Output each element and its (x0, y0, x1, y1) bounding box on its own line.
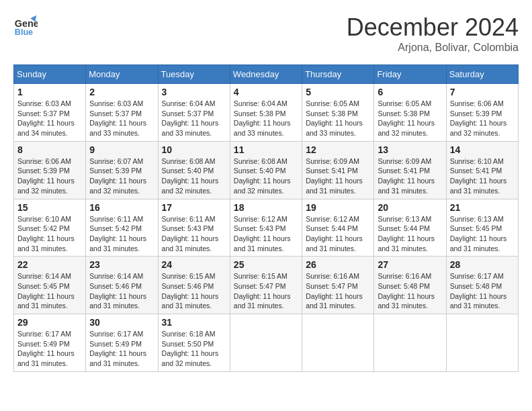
day-number: 17 (162, 202, 226, 213)
calendar-week-4: 22 Sunrise: 6:14 AMSunset: 5:45 PMDaylig… (14, 257, 519, 314)
calendar-cell: 16 Sunrise: 6:11 AMSunset: 5:42 PMDaylig… (86, 199, 158, 257)
calendar-cell: 15 Sunrise: 6:10 AMSunset: 5:42 PMDaylig… (14, 199, 86, 257)
calendar-cell: 9 Sunrise: 6:07 AMSunset: 5:39 PMDayligh… (86, 141, 158, 199)
day-info: Sunrise: 6:15 AMSunset: 5:46 PMDaylight:… (162, 271, 226, 311)
calendar-cell: 1 Sunrise: 6:03 AMSunset: 5:37 PMDayligh… (14, 84, 86, 142)
day-number: 2 (89, 87, 154, 97)
weekday-header-thursday: Thursday (302, 65, 374, 84)
day-number: 9 (89, 144, 154, 155)
day-number: 23 (89, 259, 154, 270)
day-info: Sunrise: 6:09 AMSunset: 5:41 PMDaylight:… (378, 156, 442, 196)
title-block: December 2024 Arjona, Bolivar, Colombia (347, 13, 519, 54)
weekday-header-sunday: Sunday (14, 65, 86, 84)
calendar-week-1: 1 Sunrise: 6:03 AMSunset: 5:37 PMDayligh… (14, 84, 519, 142)
calendar-cell: 30 Sunrise: 6:17 AMSunset: 5:49 PMDaylig… (86, 314, 158, 372)
calendar-cell: 4 Sunrise: 6:04 AMSunset: 5:38 PMDayligh… (230, 84, 302, 142)
day-number: 13 (378, 144, 442, 155)
day-info: Sunrise: 6:18 AMSunset: 5:50 PMDaylight:… (162, 329, 226, 369)
day-number: 15 (17, 202, 82, 213)
day-info: Sunrise: 6:04 AMSunset: 5:37 PMDaylight:… (162, 99, 226, 138)
day-info: Sunrise: 6:08 AMSunset: 5:40 PMDaylight:… (234, 156, 298, 196)
calendar-cell (374, 314, 446, 372)
day-info: Sunrise: 6:11 AMSunset: 5:43 PMDaylight:… (162, 214, 226, 254)
logo-icon: General Blue (13, 13, 38, 38)
day-number: 19 (306, 202, 370, 213)
day-info: Sunrise: 6:14 AMSunset: 5:46 PMDaylight:… (89, 271, 154, 311)
day-info: Sunrise: 6:06 AMSunset: 5:39 PMDaylight:… (17, 156, 82, 196)
calendar-cell: 5 Sunrise: 6:05 AMSunset: 5:38 PMDayligh… (302, 84, 374, 142)
calendar-cell: 24 Sunrise: 6:15 AMSunset: 5:46 PMDaylig… (158, 257, 230, 314)
calendar-cell: 22 Sunrise: 6:14 AMSunset: 5:45 PMDaylig… (14, 257, 86, 314)
day-number: 12 (306, 144, 370, 155)
day-number: 7 (450, 87, 515, 97)
day-info: Sunrise: 6:12 AMSunset: 5:43 PMDaylight:… (234, 214, 298, 254)
day-info: Sunrise: 6:14 AMSunset: 5:45 PMDaylight:… (17, 271, 82, 311)
day-info: Sunrise: 6:16 AMSunset: 5:48 PMDaylight:… (378, 271, 442, 311)
calendar-cell: 20 Sunrise: 6:13 AMSunset: 5:44 PMDaylig… (374, 199, 446, 257)
weekday-header-saturday: Saturday (446, 65, 518, 84)
calendar-cell (302, 314, 374, 372)
calendar-cell: 19 Sunrise: 6:12 AMSunset: 5:44 PMDaylig… (302, 199, 374, 257)
calendar-cell: 2 Sunrise: 6:03 AMSunset: 5:37 PMDayligh… (86, 84, 158, 142)
day-number: 3 (162, 87, 226, 97)
weekday-header-friday: Friday (374, 65, 446, 84)
day-info: Sunrise: 6:13 AMSunset: 5:44 PMDaylight:… (378, 214, 442, 254)
day-info: Sunrise: 6:17 AMSunset: 5:49 PMDaylight:… (89, 329, 154, 369)
calendar-week-5: 29 Sunrise: 6:17 AMSunset: 5:49 PMDaylig… (14, 314, 519, 372)
day-info: Sunrise: 6:11 AMSunset: 5:42 PMDaylight:… (89, 214, 154, 254)
day-info: Sunrise: 6:15 AMSunset: 5:47 PMDaylight:… (234, 271, 298, 311)
day-info: Sunrise: 6:04 AMSunset: 5:38 PMDaylight:… (234, 99, 298, 138)
page-header: General Blue December 2024 Arjona, Boliv… (13, 13, 519, 54)
calendar-cell: 14 Sunrise: 6:10 AMSunset: 5:41 PMDaylig… (446, 141, 518, 199)
calendar-cell: 21 Sunrise: 6:13 AMSunset: 5:45 PMDaylig… (446, 199, 518, 257)
day-number: 10 (162, 144, 226, 155)
logo: General Blue (13, 13, 38, 38)
day-number: 6 (378, 87, 442, 97)
day-number: 18 (234, 202, 298, 213)
calendar-cell: 3 Sunrise: 6:04 AMSunset: 5:37 PMDayligh… (158, 84, 230, 142)
location-subtitle: Arjona, Bolivar, Colombia (347, 42, 519, 54)
day-number: 30 (89, 317, 154, 328)
day-number: 26 (306, 259, 370, 270)
day-number: 24 (162, 259, 226, 270)
calendar-cell: 26 Sunrise: 6:16 AMSunset: 5:47 PMDaylig… (302, 257, 374, 314)
calendar-cell: 13 Sunrise: 6:09 AMSunset: 5:41 PMDaylig… (374, 141, 446, 199)
day-info: Sunrise: 6:10 AMSunset: 5:41 PMDaylight:… (450, 156, 515, 196)
calendar-cell: 12 Sunrise: 6:09 AMSunset: 5:41 PMDaylig… (302, 141, 374, 199)
day-info: Sunrise: 6:17 AMSunset: 5:48 PMDaylight:… (450, 271, 515, 311)
day-number: 25 (234, 259, 298, 270)
day-info: Sunrise: 6:16 AMSunset: 5:47 PMDaylight:… (306, 271, 370, 311)
day-info: Sunrise: 6:12 AMSunset: 5:44 PMDaylight:… (306, 214, 370, 254)
weekday-header-tuesday: Tuesday (158, 65, 230, 84)
day-number: 22 (17, 259, 82, 270)
calendar-cell: 11 Sunrise: 6:08 AMSunset: 5:40 PMDaylig… (230, 141, 302, 199)
day-number: 28 (450, 259, 515, 270)
calendar-cell (230, 314, 302, 372)
calendar-cell: 25 Sunrise: 6:15 AMSunset: 5:47 PMDaylig… (230, 257, 302, 314)
day-number: 20 (378, 202, 442, 213)
calendar-cell: 29 Sunrise: 6:17 AMSunset: 5:49 PMDaylig… (14, 314, 86, 372)
calendar-cell: 27 Sunrise: 6:16 AMSunset: 5:48 PMDaylig… (374, 257, 446, 314)
day-number: 5 (306, 87, 370, 97)
calendar-cell: 8 Sunrise: 6:06 AMSunset: 5:39 PMDayligh… (14, 141, 86, 199)
day-number: 14 (450, 144, 515, 155)
weekday-header-monday: Monday (86, 65, 158, 84)
day-number: 31 (162, 317, 226, 328)
day-info: Sunrise: 6:03 AMSunset: 5:37 PMDaylight:… (89, 99, 154, 138)
day-info: Sunrise: 6:17 AMSunset: 5:49 PMDaylight:… (17, 329, 82, 369)
day-info: Sunrise: 6:09 AMSunset: 5:41 PMDaylight:… (306, 156, 370, 196)
calendar-cell: 28 Sunrise: 6:17 AMSunset: 5:48 PMDaylig… (446, 257, 518, 314)
calendar-cell: 7 Sunrise: 6:06 AMSunset: 5:39 PMDayligh… (446, 84, 518, 142)
calendar-table: SundayMondayTuesdayWednesdayThursdayFrid… (13, 64, 519, 372)
day-number: 27 (378, 259, 442, 270)
calendar-cell: 6 Sunrise: 6:05 AMSunset: 5:38 PMDayligh… (374, 84, 446, 142)
day-info: Sunrise: 6:05 AMSunset: 5:38 PMDaylight:… (378, 99, 442, 138)
day-info: Sunrise: 6:07 AMSunset: 5:39 PMDaylight:… (89, 156, 154, 196)
day-info: Sunrise: 6:13 AMSunset: 5:45 PMDaylight:… (450, 214, 515, 254)
day-number: 21 (450, 202, 515, 213)
day-info: Sunrise: 6:06 AMSunset: 5:39 PMDaylight:… (450, 99, 515, 138)
day-info: Sunrise: 6:05 AMSunset: 5:38 PMDaylight:… (306, 99, 370, 138)
day-number: 16 (89, 202, 154, 213)
calendar-cell: 18 Sunrise: 6:12 AMSunset: 5:43 PMDaylig… (230, 199, 302, 257)
weekday-header-wednesday: Wednesday (230, 65, 302, 84)
